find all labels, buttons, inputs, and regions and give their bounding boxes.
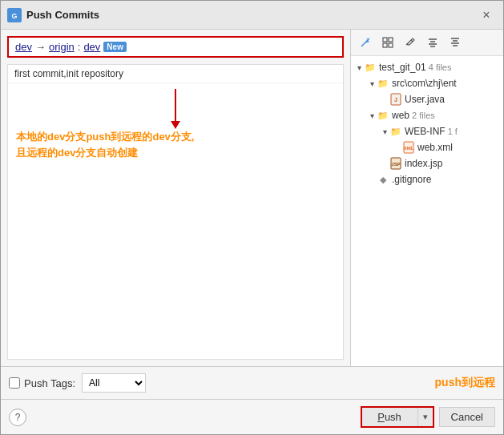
gitignore-item[interactable]: ◆ .gitignore (351, 171, 503, 187)
align-down-icon-button[interactable] (446, 33, 465, 52)
arrow-line (175, 89, 176, 121)
branch-arrow: → (35, 41, 46, 53)
edit-icon-button[interactable] (401, 33, 420, 52)
tags-dropdown[interactable]: All (82, 373, 146, 393)
svg-rect-4 (389, 38, 393, 42)
dialog-title: Push Commits (26, 9, 476, 21)
root-toggle[interactable]: ▾ (354, 62, 364, 72)
gitignore-spacer (367, 175, 377, 184)
index-jsp-spacer (380, 159, 389, 168)
file-tree: ▾ 📁 test_git_01 4 files ▾ 📁 src\com\zhj\… (351, 56, 503, 366)
src-toggle[interactable]: ▾ (367, 79, 377, 88)
svg-rect-3 (383, 38, 387, 42)
layout-icon-button[interactable] (378, 33, 397, 52)
push-dropdown-button[interactable]: ▾ (418, 408, 433, 426)
webinf-folder-icon: 📁 (389, 125, 402, 138)
push-underline-p: Push (377, 411, 401, 423)
local-branch: dev (15, 41, 32, 53)
bottom-bar: Push Tags: All push到远程 (1, 366, 503, 399)
web-toggle[interactable]: ▾ (367, 111, 377, 120)
web-folder-icon: 📁 (377, 109, 389, 122)
web-folder-name: web (392, 110, 409, 121)
user-java-name: User.java (405, 94, 445, 105)
gitignore-name: .gitignore (392, 174, 431, 185)
src-folder-name: src\com\zhj\ent (392, 78, 457, 89)
help-button[interactable]: ? (9, 409, 26, 426)
svg-text:XML: XML (404, 146, 414, 151)
web-xml-name: web.xml (417, 142, 453, 153)
align-up-icon-button[interactable] (423, 33, 442, 52)
src-folder-item[interactable]: ▾ 📁 src\com\zhj\ent (351, 75, 503, 91)
commit-list: first commit,init repository 本地的dev分支pus… (7, 64, 344, 360)
left-panel: dev → origin : dev New first commit,init… (1, 30, 351, 366)
remote-branch: dev (83, 41, 100, 53)
src-folder-icon: 📁 (377, 77, 389, 90)
svg-rect-5 (383, 43, 387, 47)
push-main-button[interactable]: Push (362, 408, 418, 426)
user-java-spacer (380, 95, 389, 104)
push-annotation: push到远程 (152, 376, 495, 390)
svg-line-7 (411, 40, 413, 42)
branch-selector[interactable]: dev → origin : dev New (7, 36, 344, 58)
close-button[interactable]: × (476, 5, 497, 26)
title-bar: G Push Commits × (1, 1, 503, 30)
pin-icon-button[interactable] (356, 33, 375, 52)
root-folder-name: test_git_01 (379, 62, 426, 73)
dialog-icon: G (7, 8, 22, 22)
cancel-button[interactable]: Cancel (439, 407, 495, 427)
root-file-count: 4 files (429, 62, 452, 72)
remote-name: origin (49, 41, 75, 53)
file-toolbar (351, 30, 503, 56)
dialog-body: dev → origin : dev New first commit,init… (1, 30, 503, 366)
svg-text:J: J (394, 97, 397, 103)
push-tags-check: Push Tags: (9, 377, 75, 389)
svg-text:G: G (11, 12, 17, 20)
branch-colon: : (78, 41, 81, 53)
push-tags-label: Push Tags: (24, 377, 75, 389)
action-bar: ? Push ▾ Cancel (1, 399, 503, 434)
commit-arrow (171, 89, 180, 129)
xml-file-icon: XML (402, 141, 415, 154)
push-tags-checkbox[interactable] (9, 377, 20, 389)
annotation-text: 本地的dev分支push到远程的dev分支, 且远程的dev分支自动创建 (16, 129, 194, 160)
push-button-group: Push ▾ (361, 406, 434, 428)
java-file-icon: J (389, 93, 402, 106)
annotation-line1: 本地的dev分支push到远程的dev分支, (16, 129, 194, 145)
root-folder-icon: 📁 (364, 61, 377, 74)
web-xml-spacer (393, 143, 402, 152)
webinf-folder-item[interactable]: ▾ 📁 WEB-INF 1 f (351, 123, 503, 139)
new-badge: New (103, 42, 127, 52)
web-folder-item[interactable]: ▾ 📁 web 2 files (351, 107, 503, 123)
git-file-icon: ◆ (377, 173, 389, 186)
jsp-file-icon: JSP (389, 157, 402, 170)
webinf-toggle[interactable]: ▾ (380, 127, 389, 136)
web-xml-item[interactable]: XML web.xml (351, 139, 503, 155)
commit-item[interactable]: first commit,init repository (8, 65, 343, 83)
webinf-file-count: 1 f (448, 127, 458, 136)
push-commits-dialog: G Push Commits × dev → origin : dev New … (0, 0, 504, 435)
arrow-head (171, 121, 180, 129)
svg-text:JSP: JSP (391, 162, 400, 167)
right-panel: ▾ 📁 test_git_01 4 files ▾ 📁 src\com\zhj\… (351, 30, 503, 366)
index-jsp-item[interactable]: JSP index.jsp (351, 155, 503, 171)
index-jsp-name: index.jsp (405, 158, 442, 169)
web-file-count: 2 files (412, 111, 435, 120)
svg-rect-6 (389, 43, 393, 47)
tree-root-item[interactable]: ▾ 📁 test_git_01 4 files (351, 59, 503, 75)
webinf-folder-name: WEB-INF (405, 126, 446, 137)
annotation-line2: 且远程的dev分支自动创建 (16, 145, 194, 161)
user-java-item[interactable]: J User.java (351, 91, 503, 107)
